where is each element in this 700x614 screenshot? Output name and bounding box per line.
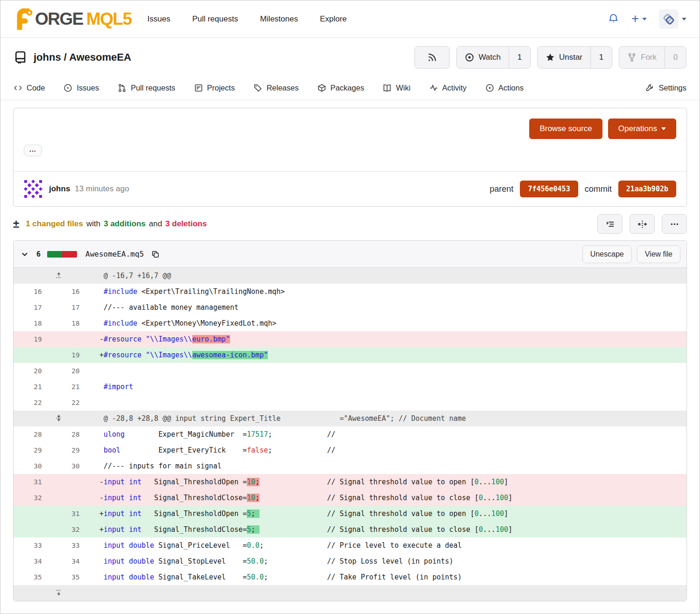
new-line-number[interactable]: 28 bbox=[62, 426, 89, 442]
code-line: input int Signal_ThresholdClose=5; // Si… bbox=[104, 522, 686, 537]
new-line-number[interactable] bbox=[62, 474, 89, 490]
old-line-number[interactable]: 20 bbox=[14, 363, 62, 379]
diff-line-add: 32+input int Signal_ThresholdClose=5; //… bbox=[14, 522, 686, 537]
star-count[interactable]: 1 bbox=[590, 47, 612, 68]
tab-code[interactable]: Code bbox=[14, 84, 45, 92]
view-file-button[interactable]: View file bbox=[637, 245, 680, 263]
repo-owner-link[interactable]: johns bbox=[34, 51, 61, 63]
old-line-number[interactable]: 30 bbox=[14, 458, 62, 474]
pull-request-icon bbox=[118, 84, 126, 92]
unstar-button[interactable]: Unstar bbox=[538, 47, 590, 68]
rss-feed-button[interactable] bbox=[414, 46, 450, 69]
forge-mql5-logo[interactable]: ORGEMQL5 bbox=[14, 8, 132, 30]
diff-line-ctx: 2020 bbox=[14, 363, 686, 379]
tab-projects[interactable]: Projects bbox=[194, 84, 235, 92]
tab-actions[interactable]: Actions bbox=[485, 84, 524, 92]
tab-settings[interactable]: Settings bbox=[645, 84, 686, 92]
copy-path-button[interactable] bbox=[150, 249, 161, 259]
expand-down-icon[interactable] bbox=[54, 588, 63, 597]
diff-line-ctx: 3535input double Signal_TakeLevel =50.0;… bbox=[14, 569, 686, 585]
new-line-number[interactable] bbox=[62, 490, 89, 506]
new-line-number[interactable]: 32 bbox=[62, 522, 89, 537]
new-line-number[interactable]: 35 bbox=[62, 569, 89, 585]
old-line-number[interactable]: 29 bbox=[14, 442, 62, 458]
whitespace-options-button[interactable] bbox=[597, 214, 623, 234]
commit-hash-button[interactable]: 21aa3b902b bbox=[618, 181, 676, 197]
nav-explore[interactable]: Explore bbox=[320, 14, 347, 24]
watch-count[interactable]: 1 bbox=[509, 47, 530, 68]
new-line-number[interactable]: 29 bbox=[62, 442, 89, 458]
with-text: with bbox=[86, 219, 100, 229]
book-open-icon bbox=[383, 84, 392, 92]
parent-hash-button[interactable]: 7f456e0453 bbox=[520, 181, 578, 197]
code-line: //--- inputs for main signal bbox=[104, 458, 686, 474]
browse-source-button[interactable]: Browse source bbox=[529, 119, 602, 139]
notifications-bell-button[interactable] bbox=[608, 13, 619, 25]
expand-up-icon[interactable] bbox=[54, 271, 63, 280]
old-line-number[interactable]: 34 bbox=[14, 553, 62, 569]
author-identicon-avatar[interactable] bbox=[24, 180, 42, 198]
old-line-number[interactable]: 31 bbox=[14, 474, 62, 490]
new-line-number[interactable]: 31 bbox=[62, 506, 89, 522]
old-line-number[interactable]: 35 bbox=[14, 569, 62, 585]
old-line-number[interactable]: 19 bbox=[14, 331, 62, 347]
wrench-icon bbox=[645, 84, 654, 92]
nav-milestones[interactable]: Milestones bbox=[260, 14, 298, 24]
tab-label: Releases bbox=[266, 84, 299, 92]
tab-activity[interactable]: Activity bbox=[429, 84, 467, 92]
new-line-number[interactable]: 22 bbox=[62, 395, 89, 411]
old-line-number[interactable]: 18 bbox=[14, 315, 62, 331]
new-line-number[interactable]: 19 bbox=[62, 347, 89, 363]
diff-line-ctx: 2222 bbox=[14, 395, 686, 411]
new-line-number[interactable] bbox=[62, 331, 89, 347]
logo-text-mql5: MQL5 bbox=[86, 9, 132, 28]
tab-pull-requests[interactable]: Pull requests bbox=[118, 84, 175, 92]
diff-sign bbox=[89, 315, 104, 331]
new-line-number[interactable]: 34 bbox=[62, 553, 89, 569]
old-line-number[interactable]: 28 bbox=[14, 426, 62, 442]
old-line-number[interactable]: 22 bbox=[14, 395, 62, 411]
unescape-button[interactable]: Unescape bbox=[582, 245, 632, 263]
create-new-button[interactable]: + bbox=[631, 13, 647, 25]
split-view-icon bbox=[637, 219, 647, 229]
old-line-number[interactable]: 32 bbox=[14, 490, 62, 506]
new-line-number[interactable]: 20 bbox=[62, 363, 89, 379]
new-line-number[interactable]: 33 bbox=[62, 537, 89, 553]
diff-line-ctx: 1818#include <Expert\Money\MoneyFixedLot… bbox=[14, 315, 686, 331]
split-view-button[interactable] bbox=[630, 214, 655, 234]
new-line-number[interactable]: 21 bbox=[62, 379, 89, 395]
commit-message-expand-button[interactable]: ... bbox=[24, 145, 42, 156]
collapse-file-button[interactable] bbox=[20, 249, 30, 259]
diff-line-ctx: 2121#import bbox=[14, 379, 686, 395]
old-line-number[interactable] bbox=[14, 347, 62, 363]
user-menu-button[interactable] bbox=[659, 9, 686, 29]
nav-pull-requests[interactable]: Pull requests bbox=[192, 14, 238, 24]
new-line-number[interactable]: 16 bbox=[62, 284, 89, 300]
old-line-number[interactable] bbox=[14, 522, 62, 537]
tab-releases[interactable]: Releases bbox=[253, 84, 299, 92]
copy-icon bbox=[151, 250, 160, 258]
hunk-gutter bbox=[14, 585, 104, 601]
new-line-number[interactable]: 30 bbox=[62, 458, 89, 474]
old-line-number[interactable]: 33 bbox=[14, 537, 62, 553]
new-line-number[interactable]: 17 bbox=[62, 300, 89, 315]
watch-button[interactable]: Watch bbox=[457, 47, 509, 68]
tab-issues[interactable]: Issues bbox=[63, 84, 99, 92]
repo-name-link[interactable]: AwesomeEA bbox=[69, 51, 131, 63]
tab-wiki[interactable]: Wiki bbox=[383, 84, 410, 92]
code-line: #resource "\\Images\\euro.bmp" bbox=[104, 331, 686, 347]
nav-issues[interactable]: Issues bbox=[147, 14, 170, 24]
old-line-number[interactable] bbox=[14, 506, 62, 522]
file-name-link[interactable]: AwesomeEA.mq5 bbox=[85, 250, 144, 258]
old-line-number[interactable]: 17 bbox=[14, 300, 62, 315]
expand-both-icon[interactable] bbox=[54, 413, 63, 423]
tab-packages[interactable]: Packages bbox=[317, 84, 364, 92]
old-line-number[interactable]: 16 bbox=[14, 284, 62, 300]
old-line-number[interactable]: 21 bbox=[14, 379, 62, 395]
operations-button[interactable]: Operations bbox=[608, 119, 676, 139]
tab-label: Projects bbox=[207, 84, 235, 92]
commit-author-name[interactable]: johns bbox=[49, 184, 70, 194]
code-line: #import bbox=[104, 379, 686, 395]
diff-options-button[interactable] bbox=[662, 214, 687, 234]
new-line-number[interactable]: 18 bbox=[62, 315, 89, 331]
